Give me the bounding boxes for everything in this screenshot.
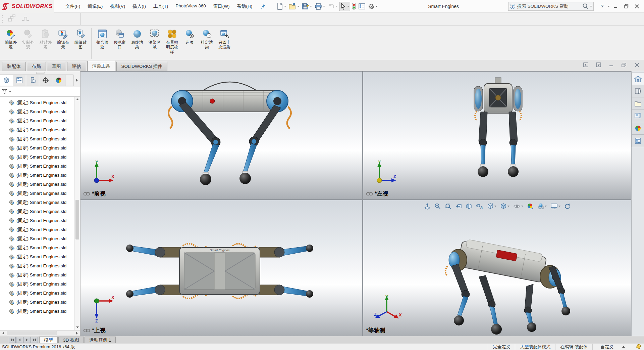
- tree-item[interactable]: (固定) Smart Engines.sld: [0, 189, 80, 198]
- view-settings-button[interactable]: [550, 202, 561, 210]
- open-document-button[interactable]: [288, 2, 300, 11]
- print-button[interactable]: [314, 2, 326, 11]
- scroll-down-arrow[interactable]: [75, 325, 80, 330]
- section-view-button[interactable]: [465, 202, 473, 210]
- tree-item[interactable]: (固定) Smart Engines.sld: [0, 252, 80, 261]
- interference-check-button[interactable]: [351, 1, 357, 11]
- tree-item[interactable]: (固定) Smart Engines.sld: [0, 270, 80, 279]
- tree-item[interactable]: (固定) Smart Engines.sld: [0, 143, 80, 152]
- first-tab-button[interactable]: [9, 337, 16, 343]
- h-scrollbar-thumb[interactable]: [7, 331, 57, 335]
- menu-file[interactable]: 文件(F): [62, 2, 84, 11]
- integrated-preview-button[interactable]: 整合预览: [94, 28, 111, 51]
- tree-item[interactable]: (固定) Smart Engines.sld: [0, 234, 80, 243]
- menu-tools[interactable]: 工具(T): [150, 2, 172, 11]
- tree-item[interactable]: (固定) Smart Engines.sld: [0, 307, 80, 316]
- zoom-to-selection-button[interactable]: [444, 202, 452, 210]
- model-tab[interactable]: 模型: [39, 337, 58, 343]
- viewport-front[interactable]: Y X *前视: [80, 72, 362, 199]
- close-button[interactable]: [632, 2, 642, 11]
- rotate-view-button[interactable]: [564, 202, 572, 210]
- menu-photoview360[interactable]: PhotoView 360: [172, 2, 210, 11]
- apply-scene-caret[interactable]: [545, 206, 547, 207]
- render-region-button[interactable]: 渲染区域: [146, 28, 163, 51]
- tree-item[interactable]: (固定) Smart Engines.sld: [0, 261, 80, 270]
- h-scrollbar-track[interactable]: [6, 331, 74, 336]
- motion-study-tab[interactable]: 运动算例 1: [85, 337, 116, 343]
- exploded-view-icon[interactable]: [8, 14, 16, 24]
- viewport-left[interactable]: Y Z *左视: [363, 72, 631, 199]
- tree-item[interactable]: (固定) Smart Engines.sld: [0, 152, 80, 162]
- final-render-button[interactable]: 最终渲染: [128, 28, 146, 51]
- select-tool-caret[interactable]: [347, 6, 349, 7]
- display-style-caret[interactable]: [507, 206, 509, 207]
- appearances-scenes-button[interactable]: [632, 122, 644, 135]
- scroll-up-arrow[interactable]: [75, 97, 80, 102]
- last-tab-button[interactable]: [31, 337, 38, 343]
- edit-appearance-hud-button[interactable]: [526, 202, 534, 210]
- resources-home-button[interactable]: [632, 73, 644, 85]
- panel-splitter-handle[interactable]: [36, 72, 45, 74]
- tree-item[interactable]: (固定) Smart Engines.sld: [0, 180, 80, 189]
- previous-tab-button[interactable]: [16, 337, 23, 343]
- viewport-isometric[interactable]: A: [363, 200, 631, 336]
- tab-assembly[interactable]: 装配体: [2, 62, 26, 71]
- pin-menu-button[interactable]: [261, 4, 266, 9]
- options-caret[interactable]: [376, 6, 378, 7]
- search-input[interactable]: [515, 4, 582, 9]
- search-scope-caret[interactable]: [590, 6, 592, 7]
- display-style-button[interactable]: [499, 202, 510, 210]
- recall-last-render-button[interactable]: 召回上次渲染: [216, 28, 233, 51]
- view-palette-button[interactable]: [632, 110, 644, 122]
- scrollbar-track[interactable]: [75, 102, 80, 325]
- tree-item[interactable]: (固定) Smart Engines.sld: [0, 216, 80, 225]
- edit-scene-button[interactable]: 编辑布景: [54, 28, 72, 51]
- 3d-views-tab[interactable]: 3D 视图: [58, 337, 84, 343]
- viewport-top[interactable]: Smart Engines X Z *上视: [80, 200, 362, 336]
- save-button[interactable]: [301, 2, 313, 11]
- tree-item[interactable]: (固定) Smart Engines.sld: [0, 298, 80, 307]
- tree-item[interactable]: (固定) Smart Engines.sld: [0, 134, 80, 143]
- annotation-view-button[interactable]: A: [475, 202, 484, 210]
- panel-expand-chevron[interactable]: [74, 77, 80, 84]
- menu-help[interactable]: 帮助(H): [233, 2, 256, 11]
- tree-item[interactable]: (固定) Smart Engines.sld: [0, 207, 80, 216]
- select-tool-button[interactable]: [339, 2, 350, 11]
- tree-horizontal-scrollbar[interactable]: [0, 330, 80, 336]
- minimize-button[interactable]: [610, 2, 621, 11]
- edit-appearance-button[interactable]: 编辑外观: [2, 28, 19, 51]
- step-icon[interactable]: [21, 14, 30, 24]
- menu-insert[interactable]: 插入(I): [129, 2, 150, 11]
- feature-manager-tab[interactable]: [0, 75, 13, 86]
- search-icon[interactable]: [582, 3, 589, 9]
- undo-button[interactable]: [327, 2, 338, 11]
- tree-vertical-scrollbar[interactable]: [74, 97, 80, 330]
- property-manager-tab[interactable]: [13, 75, 26, 86]
- display-pane-button[interactable]: [358, 2, 366, 11]
- tab-solidworks-addins[interactable]: SOLIDWORKS 插件: [116, 62, 167, 71]
- menu-edit[interactable]: 编辑(E): [84, 2, 106, 11]
- options-button[interactable]: [367, 2, 379, 11]
- toolbar-drag-handle[interactable]: [1, 15, 3, 24]
- paste-appearance-button[interactable]: 粘贴外观: [37, 28, 54, 51]
- zoom-to-area-button[interactable]: [434, 202, 442, 210]
- hide-show-items-button[interactable]: [513, 202, 524, 210]
- tree-item[interactable]: (固定) Smart Engines.sld: [0, 243, 80, 252]
- print-caret[interactable]: [323, 6, 325, 7]
- view-orientation-button[interactable]: [486, 202, 497, 210]
- preview-window-button[interactable]: 预览窗口: [111, 28, 128, 51]
- help-button[interactable]: ?: [597, 2, 607, 11]
- tree-item[interactable]: (固定) Smart Engines.sld: [0, 279, 80, 289]
- copy-appearance-button[interactable]: 复制外观: [19, 28, 37, 51]
- next-tab-button[interactable]: [23, 337, 31, 343]
- tree-item[interactable]: (固定) Smart Engines.sld: [0, 107, 80, 116]
- design-library-button[interactable]: [632, 85, 644, 97]
- scrollbar-thumb[interactable]: [75, 200, 79, 239]
- scroll-left-arrow[interactable]: [0, 331, 6, 336]
- new-document-caret[interactable]: [284, 6, 286, 7]
- viewport-restore-button[interactable]: [620, 61, 628, 69]
- tree-item[interactable]: (固定) Smart Engines.sld: [0, 171, 80, 180]
- pane-right-button[interactable]: [594, 61, 602, 69]
- status-tag-button[interactable]: [633, 344, 644, 350]
- apply-scene-button[interactable]: [537, 202, 547, 210]
